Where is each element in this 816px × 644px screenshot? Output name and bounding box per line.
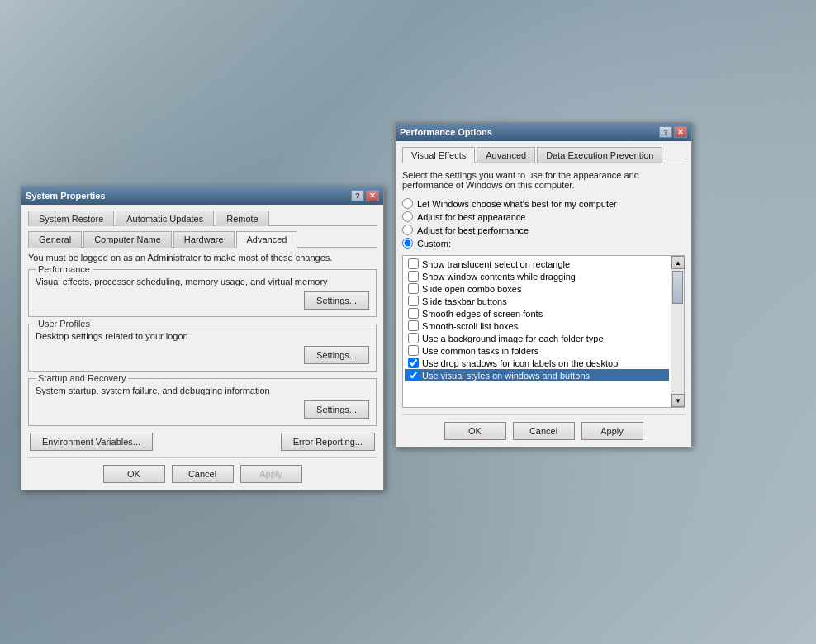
startup-recovery-desc: System startup, system failure, and debu… xyxy=(36,386,369,395)
check-slide-combo-boxes[interactable]: Slide open combo boxes xyxy=(405,282,669,295)
system-properties-tabs-row2: General Computer Name Hardware Advanced xyxy=(28,230,377,248)
tab-system-restore[interactable]: System Restore xyxy=(28,211,114,226)
startup-recovery-settings-button[interactable]: Settings... xyxy=(304,400,369,419)
performance-tabs: Visual Effects Advanced Data Execution P… xyxy=(402,146,685,163)
visual-effects-radio-group: Let Windows choose what's best for my co… xyxy=(402,198,685,249)
performance-settings-button[interactable]: Settings... xyxy=(304,291,369,310)
tab-data-execution-prevention[interactable]: Data Execution Prevention xyxy=(537,147,662,163)
check-smooth-edges[interactable]: Smooth edges of screen fonts xyxy=(405,307,669,320)
user-profiles-btn-row: Settings... xyxy=(36,346,369,364)
performance-options-title: Performance Options xyxy=(400,127,492,137)
performance-desc: Visual effects, processor scheduling, me… xyxy=(36,277,369,286)
tab-general[interactable]: General xyxy=(28,231,82,248)
system-properties-window: System Properties ? ✕ System Restore Aut… xyxy=(21,186,384,490)
checkbox-list-container: Show translucent selection rectangle Sho… xyxy=(402,255,685,408)
check-show-window-contents[interactable]: Show window contents while dragging xyxy=(405,270,669,282)
tab-advanced-perf[interactable]: Advanced xyxy=(477,147,535,163)
perf-apply-button[interactable]: Apply xyxy=(581,422,643,440)
radio-let-windows-choose[interactable]: Let Windows choose what's best for my co… xyxy=(402,198,685,209)
system-properties-title-bar: System Properties ? ✕ xyxy=(21,187,383,205)
scroll-track xyxy=(671,269,684,394)
check-show-translucent[interactable]: Show translucent selection rectangle xyxy=(405,258,669,270)
user-profiles-desc: Desktop settings related to your logon xyxy=(36,331,369,341)
sys-ok-cancel-row: OK Cancel Apply xyxy=(28,457,377,483)
sys-cancel-button[interactable]: Cancel xyxy=(172,465,234,483)
title-bar-buttons: ? ✕ xyxy=(351,190,379,201)
perf-ok-button[interactable]: OK xyxy=(444,422,506,440)
user-profiles-settings-button[interactable]: Settings... xyxy=(304,346,369,364)
performance-options-title-bar: Performance Options ? ✕ xyxy=(396,123,691,141)
scroll-thumb[interactable] xyxy=(672,271,683,304)
radio-best-performance[interactable]: Adjust for best performance xyxy=(402,225,685,235)
tab-advanced[interactable]: Advanced xyxy=(236,231,298,248)
system-properties-title: System Properties xyxy=(26,191,106,201)
tab-computer-name[interactable]: Computer Name xyxy=(83,231,172,248)
performance-group: Performance Visual effects, processor sc… xyxy=(28,269,377,317)
perf-close-button[interactable]: ✕ xyxy=(674,126,687,138)
sys-ok-button[interactable]: OK xyxy=(103,465,165,483)
startup-recovery-group-label: Startup and Recovery xyxy=(36,373,128,383)
error-reporting-button[interactable]: Error Reporting... xyxy=(281,433,375,451)
tab-remote[interactable]: Remote xyxy=(216,211,269,226)
checkbox-list-inner: Show translucent selection rectangle Sho… xyxy=(403,256,671,407)
startup-recovery-btn-row: Settings... xyxy=(36,400,369,419)
radio-custom[interactable]: Custom: xyxy=(402,238,685,249)
perf-description: Select the settings you want to use for … xyxy=(402,170,685,190)
tab-visual-effects[interactable]: Visual Effects xyxy=(402,147,475,163)
sys-apply-button[interactable]: Apply xyxy=(240,465,302,483)
env-variables-button[interactable]: Environment Variables... xyxy=(30,433,153,451)
user-profiles-group-label: User Profiles xyxy=(36,319,93,329)
performance-options-content: Visual Effects Advanced Data Execution P… xyxy=(396,141,691,447)
perf-cancel-button[interactable]: Cancel xyxy=(513,422,575,440)
performance-options-window: Performance Options ? ✕ Visual Effects A… xyxy=(395,122,692,447)
check-slide-taskbar[interactable]: Slide taskbar buttons xyxy=(405,295,669,307)
help-button[interactable]: ? xyxy=(351,190,364,201)
check-common-tasks[interactable]: Use common tasks in folders xyxy=(405,344,669,357)
check-drop-shadows[interactable]: Use drop shadows for icon labels on the … xyxy=(405,357,669,369)
tab-automatic-updates[interactable]: Automatic Updates xyxy=(116,211,214,226)
sys-bottom-buttons: Environment Variables... Error Reporting… xyxy=(28,433,377,451)
scroll-up-button[interactable]: ▲ xyxy=(671,256,685,269)
check-background-image[interactable]: Use a background image for each folder t… xyxy=(405,332,669,344)
performance-group-label: Performance xyxy=(36,264,93,274)
perf-title-bar-buttons: ? ✕ xyxy=(659,126,687,138)
close-button[interactable]: ✕ xyxy=(366,190,379,201)
perf-ok-cancel-row: OK Cancel Apply xyxy=(402,414,685,440)
scroll-down-button[interactable]: ▼ xyxy=(671,394,685,407)
perf-help-button[interactable]: ? xyxy=(659,126,672,138)
system-properties-tabs: System Restore Automatic Updates Remote xyxy=(28,210,377,226)
check-smooth-scroll[interactable]: Smooth-scroll list boxes xyxy=(405,320,669,332)
radio-best-appearance[interactable]: Adjust for best appearance xyxy=(402,211,685,222)
tab-hardware[interactable]: Hardware xyxy=(173,231,235,248)
performance-btn-row: Settings... xyxy=(36,291,369,310)
user-profiles-group: User Profiles Desktop settings related t… xyxy=(28,324,377,372)
startup-recovery-group: Startup and Recovery System startup, sys… xyxy=(28,378,377,426)
check-visual-styles[interactable]: Use visual styles on windows and buttons xyxy=(405,369,669,381)
sys-info-text: You must be logged on as an Administrato… xyxy=(28,253,377,263)
system-properties-content: System Restore Automatic Updates Remote … xyxy=(21,205,383,490)
scrollbar: ▲ ▼ xyxy=(671,256,684,407)
